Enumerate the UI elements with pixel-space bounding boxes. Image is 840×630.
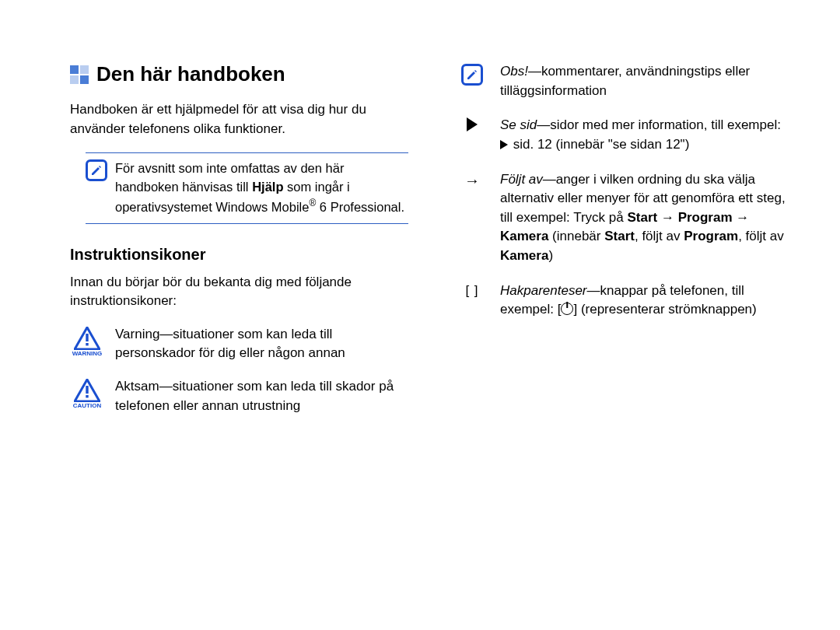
note-text: För avsnitt som inte omfattas av den här…	[115, 159, 408, 216]
subheading: Instruktionsikoner	[70, 246, 408, 264]
note-block: För avsnitt som inte omfattas av den här…	[86, 152, 408, 223]
heading-row: Den här handboken	[70, 62, 408, 86]
note-post: 6 Professional.	[316, 200, 404, 214]
warning-text: Varning—situationer som kan leda till pe…	[115, 325, 408, 363]
sub-intro: Innan du börjar bör du bekanta dig med f…	[70, 273, 408, 311]
warning-item: WARNING Varning—situationer som kan leda…	[70, 325, 408, 363]
hak-item: [ ] Hakparenteser—knappar på telefonen, …	[455, 282, 793, 320]
obs-text: Obs!—kommentarer, användningstips eller …	[500, 62, 793, 100]
registered-symbol: ®	[309, 198, 316, 208]
obs-rest: —kommentarer, användningstips eller till…	[500, 64, 750, 98]
folj-rest5: )	[548, 248, 553, 263]
note-icon	[86, 159, 107, 216]
page-title: Den här handboken	[96, 62, 285, 86]
folj-a2: →	[733, 210, 750, 225]
obs-item: Obs!—kommentarer, användningstips eller …	[455, 62, 793, 100]
right-column: Obs!—kommentarer, användningstips eller …	[455, 62, 793, 429]
sesid-example: sid. 12 (innebär "se sidan 12")	[509, 137, 689, 152]
arrow-symbol: →	[455, 170, 489, 266]
folj-b1: Start	[627, 210, 657, 225]
svg-rect-0	[86, 334, 88, 341]
folj-rest2: (innebär	[548, 229, 604, 243]
note-bold: Hjälp	[252, 180, 283, 194]
power-icon	[561, 303, 573, 315]
folj-b5: Program	[684, 229, 738, 243]
left-column: Den här handboken Handboken är ett hjälp…	[70, 62, 408, 429]
svg-rect-3	[86, 395, 88, 397]
hak-rest2: ] (representerar strömknappen)	[573, 302, 756, 317]
arrow-icon	[455, 116, 489, 154]
note-icon	[455, 62, 489, 100]
caution-label: CAUTION	[73, 402, 101, 409]
hak-lead: Hakparenteser	[500, 283, 587, 298]
sesid-lead: Se sid	[500, 117, 537, 132]
folj-text: Följt av—anger i vilken ordning du ska v…	[500, 170, 793, 266]
folj-b2: Program	[678, 210, 733, 225]
svg-rect-1	[86, 343, 88, 345]
icon-list: WARNING Varning—situationer som kan leda…	[70, 325, 408, 416]
folj-rest3: , följt av	[635, 229, 684, 243]
bracket-glyph: [ ]	[465, 283, 478, 299]
page-container: Den här handboken Handboken är ett hjälp…	[0, 0, 840, 460]
folj-lead: Följt av	[500, 172, 543, 187]
folj-b4: Start	[604, 229, 635, 243]
caution-text: Aktsam—situationer som kan leda till ska…	[115, 377, 408, 415]
folj-b6: Kamera	[500, 248, 548, 263]
hak-text: Hakparenteser—knappar på telefonen, till…	[500, 282, 793, 320]
warning-icon: WARNING	[70, 325, 104, 363]
sesid-item: Se sid—sidor med mer information, till e…	[455, 116, 793, 154]
folj-b3: Kamera	[500, 229, 548, 243]
warning-label: WARNING	[72, 350, 103, 357]
caution-icon: CAUTION	[70, 377, 104, 415]
folj-item: → Följt av—anger i vilken ordning du ska…	[455, 170, 793, 266]
intro-paragraph: Handboken är ett hjälpmedel för att visa…	[70, 100, 408, 138]
folj-rest4: , följt av	[738, 229, 784, 243]
sesid-text: Se sid—sidor med mer information, till e…	[500, 116, 781, 154]
sesid-rest1: —sidor med mer information, till exempel…	[537, 117, 781, 132]
svg-rect-2	[86, 386, 88, 394]
arrow-glyph: →	[464, 172, 480, 190]
folj-a1: →	[657, 210, 677, 225]
section-icon	[70, 65, 89, 84]
arrow-inline-icon	[500, 140, 508, 149]
bracket-symbol: [ ]	[455, 282, 489, 320]
caution-item: CAUTION Aktsam—situationer som kan leda …	[70, 377, 408, 415]
obs-lead: Obs!	[500, 64, 528, 79]
